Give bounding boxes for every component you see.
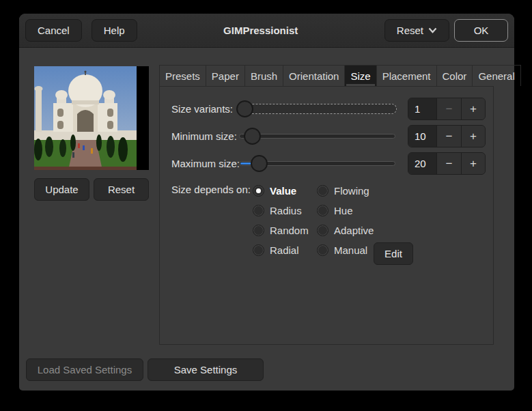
tab-presets[interactable]: Presets [159,65,206,86]
minus-icon[interactable]: − [436,98,460,119]
radio-label: Value [270,185,296,197]
plus-icon[interactable]: + [461,98,485,119]
tab-general[interactable]: General [472,65,520,86]
maximum-size-value[interactable]: 20 [408,153,436,174]
slider-trough[interactable] [239,134,395,139]
maximum-size-spinbox: 20 − + [408,152,486,175]
maximum-size-slider[interactable] [236,152,397,175]
radio-adaptive[interactable]: Adaptive [317,224,374,237]
preview-frame [34,66,149,170]
radio-value[interactable]: Value [253,184,296,197]
help-button[interactable]: Help [92,19,137,42]
radio-flowing[interactable]: Flowing [317,184,369,197]
radio-label: Hue [334,205,353,216]
save-settings-button[interactable]: Save Settings [148,358,264,381]
size-tab-panel: Size variants: 1 − + Minimum size: [159,86,494,345]
radio-radial[interactable]: Radial [253,244,299,257]
minimum-size-row: Minimum size: 10 − + [160,125,493,147]
gimpressionist-dialog: Cancel Help GIMPressionist Reset OK [19,14,514,391]
size-variants-slider[interactable] [236,98,397,120]
radio-button[interactable] [253,185,264,197]
tab-paper[interactable]: Paper [206,65,244,86]
tab-placement[interactable]: Placement [376,65,436,86]
radio-label: Radial [270,244,299,256]
radio-button[interactable] [317,205,328,216]
tab-orientation[interactable]: Orientation [283,65,344,86]
slider-handle[interactable] [244,128,261,145]
minus-icon[interactable]: − [436,153,460,174]
tab-color[interactable]: Color [436,65,473,86]
radio-label: Radius [270,205,302,216]
size-variants-row: Size variants: 1 − + [160,98,493,120]
radio-button[interactable] [253,205,264,216]
radio-radius[interactable]: Radius [253,204,302,217]
window-title: GIMPressionist [137,25,384,36]
size-variants-spinbox: 1 − + [408,98,486,120]
reset-preview-button[interactable]: Reset [94,178,149,201]
radio-manual[interactable]: Manual [317,244,367,257]
ok-button[interactable]: OK [454,19,508,42]
tab-brush[interactable]: Brush [244,65,283,86]
radio-button[interactable] [317,244,328,256]
slider-trough[interactable] [240,104,397,114]
reset-menu-button[interactable]: Reset [384,19,449,42]
size-variants-label: Size variants: [171,98,233,120]
minimum-size-value[interactable]: 10 [408,126,436,147]
radio-label: Flowing [334,185,369,197]
chevron-down-icon [428,27,437,33]
slider-handle[interactable] [251,155,268,172]
maximum-size-row: Maximum size: 20 − + [160,152,493,175]
radio-label: Manual [334,244,367,256]
maximum-size-label: Maximum size: [171,152,240,175]
minus-icon[interactable]: − [436,126,460,147]
radio-button[interactable] [317,185,328,197]
radio-button[interactable] [253,244,264,256]
settings-notebook: Presets Paper Brush Orientation Size Pla… [159,65,494,345]
load-saved-settings-button: Load Saved Settings [26,358,143,381]
radio-random[interactable]: Random [253,224,309,237]
radio-button[interactable] [317,225,328,236]
tab-bar: Presets Paper Brush Orientation Size Pla… [159,65,494,86]
radio-label: Adaptive [334,225,374,236]
slider-handle[interactable] [236,100,253,117]
radio-button[interactable] [253,225,264,236]
tab-size[interactable]: Size [344,65,376,86]
plus-icon[interactable]: + [461,126,485,147]
size-depends-label: Size depends on: [171,184,251,195]
reset-menu-label: Reset [397,25,423,36]
radio-hue[interactable]: Hue [317,204,353,217]
preview-image [34,66,137,170]
minimum-size-spinbox: 10 − + [408,125,486,147]
minimum-size-label: Minimum size: [171,125,237,147]
plus-icon[interactable]: + [461,153,485,174]
size-variants-value[interactable]: 1 [408,98,436,119]
titlebar: Cancel Help GIMPressionist Reset OK [19,14,514,48]
cancel-button[interactable]: Cancel [25,19,82,42]
update-preview-button[interactable]: Update [34,178,89,201]
radio-label: Random [270,225,309,236]
edit-button[interactable]: Edit [374,242,413,265]
minimum-size-slider[interactable] [236,125,397,147]
